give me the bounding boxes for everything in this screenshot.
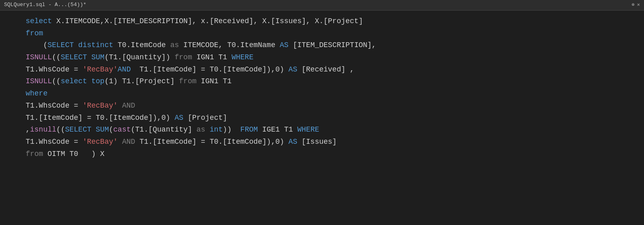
code-line-2: from [8,29,43,37]
pin-icon[interactable]: ⊕ [632,1,635,9]
code-line-4: ISNULL((SELECT SUM(T1.[Quantity]) from I… [8,53,253,61]
code-line-10: ,isnull((SELECT SUM(cast(T1.[Quantity] a… [8,125,319,134]
code-line-3: (SELECT distinct T0.ItemCode as ITEMCODE… [8,41,376,49]
code-line-6: ISNULL((select top(1) T1.[Project] from … [8,77,232,85]
title-bar-text: SQLQuery1.sql - A...(54))* [4,1,86,9]
code-line-5: T1.WhsCode = 'RecBay'AND T1.[ItemCode] =… [8,65,354,74]
code-editor[interactable]: select X.ITEMCODE,X.[ITEM_DESCRIPTION], … [0,11,644,168]
title-bar-icons[interactable]: ⊕ ✕ [632,1,640,9]
title-bar: SQLQuery1.sql - A...(54))* ⊕ ✕ [0,0,644,11]
code-line-8: T1.WhsCode = 'RecBay' AND [8,102,135,110]
code-line-12: from OITM T0 ) X [8,150,105,158]
code-line-7: where [8,89,47,97]
code-line-9: T1.[ItemCode] = T0.[ItemCode]),0) AS [Pr… [8,114,227,122]
code-line-1: select X.ITEMCODE,X.[ITEM_DESCRIPTION], … [8,17,363,25]
code-line-11: T1.WhsCode = 'RecBay' AND T1.[ItemCode] … [8,138,337,146]
close-icon[interactable]: ✕ [637,1,640,9]
